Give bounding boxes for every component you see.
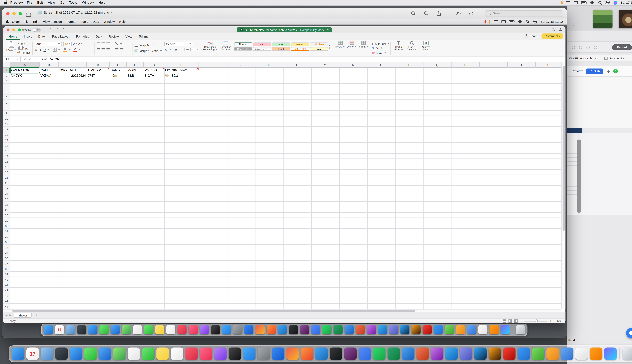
dock-icon-settings[interactable]	[258, 348, 270, 360]
share-icon[interactable]	[434, 10, 443, 17]
dock-icon-settings[interactable]	[233, 325, 242, 334]
menu-item-file[interactable]: File	[21, 20, 31, 24]
column-header-o[interactable]: O	[367, 62, 396, 68]
insert-cells-button[interactable]: Insert	[335, 41, 346, 48]
dock-icon-safari[interactable]	[88, 325, 98, 334]
excel-title-bar[interactable]: AutoSave OFF ⌂↶↷⋯ X SiOTA template for c…	[3, 26, 566, 33]
dock-icon-zoom[interactable]	[311, 325, 320, 334]
align-left-icon[interactable]	[96, 48, 100, 51]
formula-content[interactable]: OPERATOR	[40, 58, 59, 61]
row-header-41[interactable]: 41	[3, 282, 10, 288]
dock-icon-chrome[interactable]	[286, 348, 299, 360]
control-center-icon[interactable]	[605, 1, 610, 4]
dock-icon-calculator[interactable]	[490, 325, 499, 334]
row-header-25[interactable]: 25	[3, 196, 10, 202]
cell-h1[interactable]: MY_SIG_INFO	[165, 68, 198, 73]
column-header-h[interactable]: H	[164, 62, 199, 68]
share-button[interactable]: Share	[525, 34, 538, 38]
text-orientation-icon[interactable]	[115, 42, 118, 45]
dock-icon-illustrator[interactable]	[489, 348, 501, 360]
dock-icon-maps[interactable]	[113, 348, 126, 360]
dock-icon-mail[interactable]	[110, 325, 120, 334]
battery-icon[interactable]	[581, 2, 586, 4]
column-header-g[interactable]: G	[144, 62, 164, 68]
row-header-35[interactable]: 35	[3, 250, 10, 256]
dock-icon-notes[interactable]	[156, 348, 169, 360]
preview-button[interactable]: Preview	[572, 70, 582, 73]
quick-access-icon-2[interactable]: ↷	[62, 27, 64, 31]
ribbon-tab-insert[interactable]: Insert	[21, 34, 34, 40]
wifi-icon[interactable]	[590, 1, 594, 4]
cell-c1[interactable]: QSO_DATE	[60, 68, 86, 73]
dock-icon-onenote[interactable]	[431, 348, 443, 360]
row-header-14[interactable]: 14	[3, 138, 10, 143]
bookmark-wwff-logsearch[interactable]: WWFF Logsearch	[569, 57, 592, 60]
dock-icon-music[interactable]	[188, 325, 198, 334]
dock-icon-preview[interactable]	[66, 325, 75, 334]
paused-button[interactable]: Paused	[612, 44, 632, 50]
dock-icon-finder[interactable]	[44, 325, 53, 334]
dock-icon-excel[interactable]	[388, 348, 400, 360]
row-header-16[interactable]: 16	[3, 148, 10, 154]
zoom-out-button[interactable]: −	[520, 320, 522, 322]
row-header-24[interactable]: 24	[3, 191, 10, 196]
confirm-entry-icon[interactable]: ✓	[29, 58, 31, 61]
column-header-e[interactable]: E	[110, 62, 127, 68]
page-break-view-icon[interactable]	[514, 319, 518, 322]
row-header-3[interactable]: 3	[3, 78, 10, 84]
dock-icon-onenote[interactable]	[367, 325, 376, 334]
close-button[interactable]	[6, 28, 10, 31]
merge-centre-button[interactable]: Merge & Centre	[134, 48, 162, 54]
row-header-7[interactable]: 7	[3, 100, 10, 105]
row-header-33[interactable]: 33	[3, 240, 10, 245]
zoom-button[interactable]	[18, 12, 22, 15]
dock-icon-finder[interactable]	[12, 348, 24, 360]
dock-icon-tv[interactable]	[229, 348, 241, 360]
extension-icon[interactable]	[594, 46, 597, 49]
shrink-font-button[interactable]: A	[78, 42, 82, 45]
currency-button[interactable]: $	[164, 48, 167, 51]
status-lightning-icon[interactable]	[614, 69, 618, 74]
ribbon-tab-home[interactable]: Home	[6, 34, 20, 40]
ribbon-tab-draw[interactable]: Draw	[36, 34, 48, 40]
dock-icon-photos[interactable]	[133, 325, 142, 334]
dock-icon-calculator[interactable]	[590, 348, 602, 360]
row-header-8[interactable]: 8	[3, 105, 10, 110]
borders-button[interactable]	[53, 48, 57, 51]
dock-icon-calendar[interactable]: 17	[55, 325, 64, 334]
vertical-scrollbar[interactable]	[561, 62, 566, 309]
dock-icon-outlook[interactable]	[445, 348, 458, 360]
row-header-2[interactable]: 2	[3, 73, 10, 78]
minimize-button[interactable]	[12, 28, 15, 31]
row-header-10[interactable]: 10	[3, 116, 10, 121]
dock-icon-powerpoint[interactable]	[416, 348, 429, 360]
dock-icon-teams[interactable]	[460, 348, 472, 360]
dock-icon-notes[interactable]	[155, 325, 164, 334]
cell-g1[interactable]: MY_SIG	[144, 68, 164, 73]
row-header-37[interactable]: 37	[3, 261, 10, 266]
menu-item-view[interactable]: View	[46, 1, 58, 4]
font-size-select[interactable]: 10	[63, 42, 72, 46]
format-as-table-button[interactable]: Format as Table	[219, 41, 232, 51]
row-header-27[interactable]: 27	[3, 207, 10, 212]
align-center-icon[interactable]	[102, 48, 105, 51]
dock-icon-powerpoint[interactable]	[356, 325, 365, 334]
column-header-a[interactable]: A	[10, 62, 40, 68]
menu-bar-clock[interactable]: Sat 17 Jul 12:25	[620, 1, 632, 4]
cell-e1[interactable]: BAND	[110, 68, 126, 73]
ribbon-tab-view[interactable]: View	[122, 34, 135, 40]
ribbon-tab-tell-me[interactable]: Tell me	[136, 34, 152, 40]
dock-icon-messages[interactable]	[84, 348, 96, 360]
format-painter-button[interactable]: Format	[17, 50, 30, 54]
sort-filter-button[interactable]: Sort & Filter	[392, 41, 405, 51]
column-header-t[interactable]: T	[508, 62, 536, 68]
row-header-20[interactable]: 20	[3, 170, 10, 175]
row-header-17[interactable]: 17	[3, 154, 10, 159]
style-chip-linked-cell[interactable]: Linked Cell	[291, 47, 309, 51]
row-header-40[interactable]: 40	[3, 277, 10, 282]
extension-icon[interactable]	[572, 46, 575, 49]
ribbon-tab-data[interactable]: Data	[93, 34, 105, 40]
dock-icon-launchpad[interactable]	[55, 348, 68, 360]
styles-gallery-scroll[interactable]: ▴▾	[329, 44, 330, 49]
dock-icon-textedit[interactable]	[478, 325, 488, 334]
